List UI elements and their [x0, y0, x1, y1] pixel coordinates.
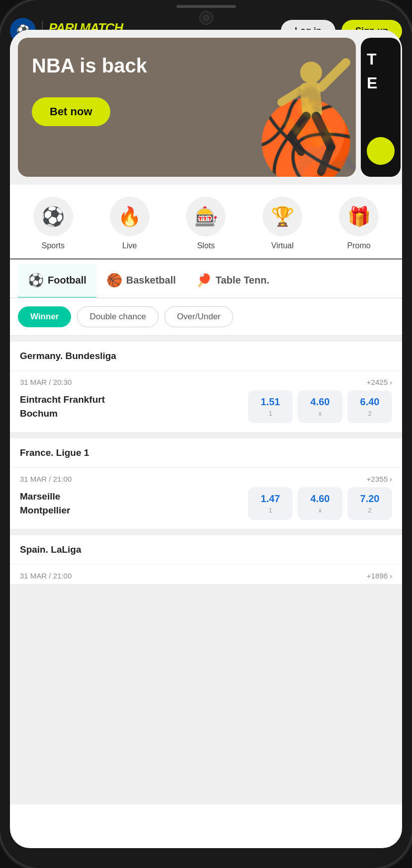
table-row: 31 MAR / 21:00 +2355 › Marseille Montpel… [10, 468, 402, 529]
banner-side: T E [361, 38, 401, 177]
match-time-ligue1: 31 MAR / 21:00 [20, 475, 72, 483]
live-icon: 🔥 [110, 197, 150, 236]
odd-btn-x-ligue1[interactable]: 4.60 x [298, 487, 342, 520]
match-meta-ligue1: 31 MAR / 21:00 +2355 › [20, 468, 392, 487]
table-row: 31 MAR / 21:00 +1898 › [10, 565, 402, 584]
category-sports[interactable]: ⚽ Sports [28, 197, 78, 250]
basketball-tab-label: Basketball [126, 275, 176, 286]
banner-side-text-t: T [367, 50, 377, 69]
svg-point-0 [300, 62, 322, 83]
sports-tabs: ⚽ Football 🏀 Basketball 🏓 Table Tenn. [10, 264, 402, 298]
bet-now-button[interactable]: Bet now [32, 97, 110, 126]
odd-value-x-bundesliga: 4.60 [311, 396, 330, 408]
category-live[interactable]: 🔥 Live [105, 197, 155, 250]
banner-athlete: 🏀 🏃 [247, 48, 356, 177]
match-teams-bundesliga: Eintracht Frankfurt Bochum [20, 394, 105, 419]
banner-container: NBA is back Bet now 🏀 🏃 [10, 30, 402, 177]
odd-btn-1-bundesliga[interactable]: 1.51 1 [248, 390, 293, 423]
odd-label-2-ligue1: 2 [368, 506, 371, 514]
match-more-bundesliga[interactable]: +2425 › [367, 378, 392, 386]
match-time-bundesliga: 31 MAR / 20:30 [20, 378, 72, 386]
slots-label: Slots [197, 241, 215, 250]
match-meta-bundesliga: 31 MAR / 20:30 +2425 › [20, 371, 392, 390]
match-teams-odds-ligue1: Marseille Montpellier 1.47 1 4.60 x [20, 487, 392, 529]
basketball-tab-icon: 🏀 [106, 273, 122, 288]
screen: NBA is back Bet now 🏀 🏃 [10, 30, 402, 848]
bet-filters: Winner Double chance Over/Under [10, 298, 402, 336]
team1-ligue1: Marseille [20, 491, 70, 502]
odd-label-x-ligue1: x [319, 506, 322, 514]
match-teams-ligue1: Marseille Montpellier [20, 491, 70, 516]
odds-row-bundesliga: 1.51 1 4.60 x 6.40 2 [248, 390, 392, 423]
match-teams-odds-bundesliga: Eintracht Frankfurt Bochum 1.51 1 4.60 x [20, 390, 392, 432]
category-slots[interactable]: 🎰 Slots [181, 197, 231, 250]
filter-over-under[interactable]: Over/Under [165, 306, 233, 327]
odds-row-ligue1: 1.47 1 4.60 x 7.20 2 [248, 487, 392, 520]
odd-label-1-bundesliga: 1 [268, 410, 272, 417]
category-virtual[interactable]: 🏆 Virtual [257, 197, 307, 250]
banner-side-text-e: E [367, 73, 377, 92]
odd-value-2-bundesliga: 6.40 [360, 396, 380, 408]
category-underline [10, 258, 402, 260]
live-label: Live [122, 241, 137, 250]
odd-btn-1-ligue1[interactable]: 1.47 1 [248, 487, 293, 520]
odd-value-1-ligue1: 1.47 [261, 493, 280, 505]
virtual-label: Virtual [271, 241, 294, 250]
banner-main: NBA is back Bet now 🏀 🏃 [18, 38, 356, 177]
virtual-icon: 🏆 [262, 197, 302, 236]
filter-winner[interactable]: Winner [18, 306, 71, 327]
team2-bundesliga: Bochum [20, 408, 105, 419]
odd-btn-2-bundesliga[interactable]: 6.40 2 [347, 390, 392, 423]
match-more-laliga[interactable]: +1898 › [367, 572, 392, 580]
tabletennis-tab-label: Table Tenn. [216, 275, 269, 286]
odd-label-2-bundesliga: 2 [368, 410, 371, 417]
odd-label-x-bundesliga: x [319, 410, 322, 417]
svg-line-2 [321, 63, 346, 87]
promo-icon: 🎁 [339, 197, 379, 236]
promo-label: Promo [347, 241, 371, 250]
odd-value-2-ligue1: 7.20 [360, 493, 380, 505]
match-time-laliga: 31 MAR / 21:00 [20, 572, 72, 580]
tab-tabletennis[interactable]: 🏓 Table Tenn. [186, 264, 279, 298]
league-ligue1: France. Ligue 1 31 MAR / 21:00 +2355 › M… [10, 438, 402, 529]
odd-btn-2-ligue1[interactable]: 7.20 2 [347, 487, 392, 520]
league-bundesliga: Germany. Bundesliga 31 MAR / 20:30 +2425… [10, 342, 402, 433]
team1-bundesliga: Eintracht Frankfurt [20, 394, 105, 405]
odd-btn-x-bundesliga[interactable]: 4.60 x [298, 390, 342, 423]
football-tab-icon: ⚽ [28, 273, 44, 288]
category-promo[interactable]: 🎁 Promo [334, 197, 384, 250]
odd-value-x-ligue1: 4.60 [311, 493, 330, 505]
content-area: NBA is back Bet now 🏀 🏃 [10, 30, 402, 804]
filter-double-chance[interactable]: Double chance [77, 306, 158, 327]
ligue1-header: France. Ligue 1 [10, 438, 402, 468]
table-row: 31 MAR / 20:30 +2425 › Eintracht Frankfu… [10, 371, 402, 433]
categories-section: ⚽ Sports 🔥 Live 🎰 Slots 🏆 Virtual [10, 185, 402, 264]
bundesliga-header: Germany. Bundesliga [10, 342, 402, 371]
football-tab-label: Football [48, 275, 86, 286]
match-meta-laliga: 31 MAR / 21:00 +1898 › [20, 565, 392, 584]
odd-value-1-bundesliga: 1.51 [261, 396, 280, 408]
sports-icon: ⚽ [33, 197, 73, 236]
sports-label: Sports [42, 241, 65, 250]
slots-icon: 🎰 [186, 197, 226, 236]
team2-ligue1: Montpellier [20, 505, 70, 516]
tab-football[interactable]: ⚽ Football [18, 264, 96, 298]
banner-side-yellow-circle [367, 137, 395, 165]
odd-label-1-ligue1: 1 [268, 506, 272, 514]
league-laliga: Spain. LaLiga 31 MAR / 21:00 +1898 › [10, 535, 402, 584]
laliga-header: Spain. LaLiga [10, 535, 402, 565]
match-more-ligue1[interactable]: +2355 › [367, 475, 392, 483]
tabletennis-tab-icon: 🏓 [196, 273, 212, 288]
categories-row: ⚽ Sports 🔥 Live 🎰 Slots 🏆 Virtual [10, 197, 402, 250]
tab-basketball[interactable]: 🏀 Basketball [96, 264, 186, 298]
